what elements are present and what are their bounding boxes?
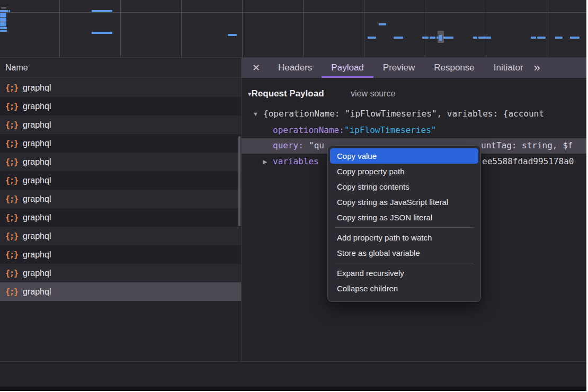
menu-item[interactable]: Add property path to watch [330,230,478,245]
tab-response[interactable]: Response [424,58,484,78]
request-name: graphql [23,213,51,222]
object-preview-text: {operationName: "ipFlowTimeseries", vari… [263,106,544,121]
json-braces-icon: {;} [5,287,18,297]
name-column-header[interactable]: Name [0,58,241,78]
request-name: graphql [23,176,51,185]
request-name: graphql [23,83,51,93]
context-menu: Copy valueCopy property pathCopy string … [327,145,481,302]
overview-request-bar [0,20,6,22]
overview-request-bar [570,37,580,39]
overview-request-bar [0,15,6,17]
list-item[interactable]: {;}graphql [0,153,241,171]
payload-root-row[interactable]: ▼ {operationName: "ipFlowTimeseries", va… [242,106,586,121]
tab-initiator[interactable]: Initiator [484,58,533,78]
request-name: graphql [23,120,51,130]
json-braces-icon: {;} [5,120,18,130]
tab-preview[interactable]: Preview [373,58,424,78]
menu-separator [335,263,474,263]
property-value-left: "qu [273,138,324,153]
overview-request-bar [430,37,435,39]
request-list: {;}graphql{;}graphql{;}graphql{;}graphql… [0,78,241,301]
list-item[interactable]: {;}graphql [0,78,241,97]
overview-request-bar [537,37,546,39]
more-tabs-icon[interactable]: » [534,58,540,78]
request-name: graphql [23,287,51,297]
overview-request-bar [531,37,536,39]
json-braces-icon: {;} [5,269,18,278]
request-name: graphql [23,139,51,148]
overview-request-bar [92,32,112,34]
property-value: "ipFlowTimeseries" [273,123,436,138]
payload-row-operationname[interactable]: operationName: "ipFlowTimeseries" [242,123,586,138]
request-name: graphql [23,269,51,278]
menu-item[interactable]: Store as global variable [330,245,478,261]
list-item[interactable]: {;}graphql [0,227,241,245]
window-bottom-edge [0,387,586,391]
list-item[interactable]: {;}graphql [0,97,241,115]
json-braces-icon: {;} [5,250,18,260]
section-title: Request Payload [252,88,324,99]
menu-item[interactable]: Copy property path [330,164,478,179]
tab-payload[interactable]: Payload [322,58,373,78]
scrollbar-thumb[interactable] [238,136,240,226]
network-overview[interactable] [0,0,586,58]
menu-item[interactable]: Expand recursively [330,265,478,281]
overview-request-bar [0,30,7,32]
overview-request-bar [379,23,386,25]
details-tabbar: ✕ HeadersPayloadPreviewResponseInitiator… [242,58,586,78]
overview-request-bar [478,37,491,39]
list-item[interactable]: {;}graphql [0,208,241,227]
overview-request-bar [394,37,403,39]
request-name: graphql [23,250,51,260]
overview-gridline [242,0,243,57]
request-name: graphql [23,231,51,241]
menu-item[interactable]: Copy value [330,148,478,164]
overview-gridline [59,0,60,57]
overview-request-bar [368,37,376,39]
menu-item[interactable]: Copy string contents [330,179,478,194]
json-braces-icon: {;} [5,83,18,93]
list-item[interactable]: {;}graphql [0,245,241,264]
overview-request-bar [422,37,429,39]
list-item[interactable]: {;}graphql [0,171,241,190]
property-key: variables [273,154,319,169]
json-braces-icon: {;} [5,213,18,222]
collapsed-triangle-icon[interactable]: ▶ [263,154,267,169]
list-item[interactable]: {;}graphql [0,190,241,208]
json-braces-icon: {;} [5,231,18,241]
property-value-right: untTag: string, $f [481,138,573,153]
overview-request-bar [228,34,237,36]
json-braces-icon: {;} [5,139,18,148]
list-item[interactable]: {;}graphql [0,134,241,153]
json-braces-icon: {;} [5,157,18,167]
tab-strip: HeadersPayloadPreviewResponseInitiator [269,58,532,78]
overview-request-bar [8,10,10,12]
menu-item[interactable]: Copy string as JSON literal [330,210,478,225]
overview-hline [0,12,586,13]
overview-gridline [486,0,486,57]
request-name: graphql [23,194,51,204]
overview-request-bar [473,37,477,39]
expanded-triangle-icon[interactable]: ▼ [253,106,259,121]
overview-request-bar [443,37,453,39]
menu-item[interactable]: Collapse children [330,281,478,296]
overview-request-bar [0,10,8,12]
menu-item[interactable]: Copy string as JavaScript literal [330,194,478,210]
overview-request-bar [92,10,112,12]
request-payload-section[interactable]: ▾Request Payload [242,87,324,101]
devtools-window: Name {;}graphql{;}graphql{;}graphql{;}gr… [0,0,586,391]
overview-gridline [547,0,547,57]
summary-bar [0,361,586,387]
list-item[interactable]: {;}graphql [0,282,241,301]
view-source-link[interactable]: view source [351,87,395,101]
close-icon[interactable]: ✕ [252,62,260,74]
overview-request-bar [555,37,563,39]
tab-headers[interactable]: Headers [269,58,322,78]
overview-request-bar [436,37,439,39]
overview-gridline [364,0,364,57]
overview-gridline [425,0,425,57]
overview-request-bar [0,24,6,26]
list-item[interactable]: {;}graphql [0,264,241,282]
request-name: graphql [23,102,51,111]
list-item[interactable]: {;}graphql [0,115,241,134]
